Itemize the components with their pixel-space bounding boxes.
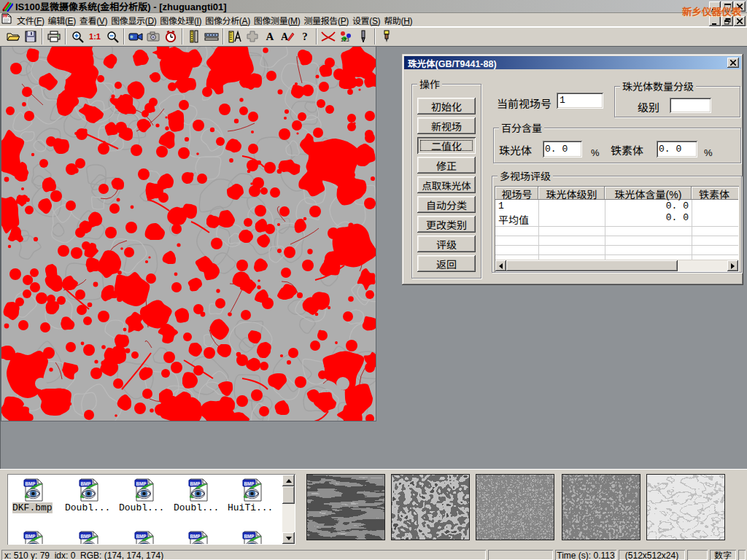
svg-text:123: 123 — [341, 37, 349, 42]
svg-text:DOC: DOC — [4, 15, 9, 18]
svg-text:A: A — [281, 31, 289, 42]
